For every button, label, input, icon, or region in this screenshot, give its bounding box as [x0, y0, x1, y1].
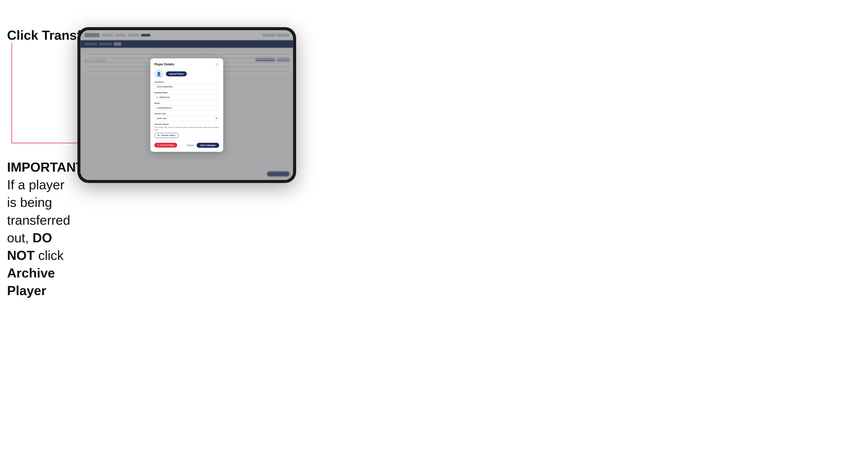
- save-changes-button[interactable]: Save Changes: [196, 143, 219, 148]
- modal-overlay: Player Details × 👤 Upload Photo Full Nam…: [81, 30, 293, 180]
- full-name-input[interactable]: [154, 84, 219, 90]
- avatar: 👤: [154, 69, 163, 79]
- school-year-label: School Year: [154, 113, 219, 115]
- instruction-important-label: IMPORTANT: [7, 160, 84, 175]
- transfer-player-button[interactable]: ↻ Transfer Player: [154, 133, 179, 138]
- modal-header: Player Details ×: [154, 62, 219, 66]
- modal-footer: ⋁ Archive Player Cancel Save Changes: [154, 141, 219, 148]
- full-name-label: Full Name: [154, 81, 219, 83]
- archive-btn-label: Archive Player: [160, 144, 174, 146]
- tablet-screen: Update Roster: [81, 30, 293, 180]
- display-name-label: Display Name: [154, 92, 219, 94]
- upload-photo-button[interactable]: Upload Photo: [166, 71, 187, 76]
- instruction-bottom: IMPORTANT: If a player is being transfer…: [7, 158, 78, 300]
- transfer-icon: ↻: [158, 134, 160, 137]
- tablet-device: Update Roster: [78, 27, 296, 183]
- modal-close-button[interactable]: ×: [215, 62, 219, 66]
- modal-title: Player Details: [154, 63, 174, 66]
- avatar-row: 👤 Upload Photo: [154, 69, 219, 79]
- footer-right-actions: Cancel Save Changes: [185, 143, 219, 148]
- school-year-select[interactable]: Sixth Year First Year Second Year Third …: [154, 116, 219, 121]
- email-input[interactable]: [154, 105, 219, 111]
- full-name-group: Full Name: [154, 81, 219, 90]
- email-group: Email: [154, 102, 219, 111]
- annotation-vertical-line: [11, 43, 12, 143]
- player-details-modal: Player Details × 👤 Upload Photo Full Nam…: [150, 58, 223, 152]
- archive-icon: ⋁: [157, 144, 159, 146]
- transfer-player-desc: If this player has moved to another scho…: [154, 126, 219, 131]
- instruction-archive-bold: Archive Player: [7, 266, 55, 298]
- transfer-player-section: Transfer Player If this player has moved…: [154, 123, 219, 138]
- instruction-do-not-text: click: [35, 248, 64, 263]
- cancel-button[interactable]: Cancel: [185, 143, 195, 148]
- transfer-btn-label: Transfer Player: [161, 134, 176, 136]
- transfer-player-title: Transfer Player: [154, 123, 219, 125]
- person-icon: 👤: [156, 72, 161, 76]
- archive-player-button[interactable]: ⋁ Archive Player: [154, 143, 177, 148]
- school-year-group: School Year Sixth Year First Year Second…: [154, 113, 219, 121]
- display-name-input[interactable]: [154, 94, 219, 100]
- display-name-group: Display Name: [154, 92, 219, 100]
- email-label: Email: [154, 102, 219, 104]
- instruction-click-prefix: Click: [7, 28, 42, 42]
